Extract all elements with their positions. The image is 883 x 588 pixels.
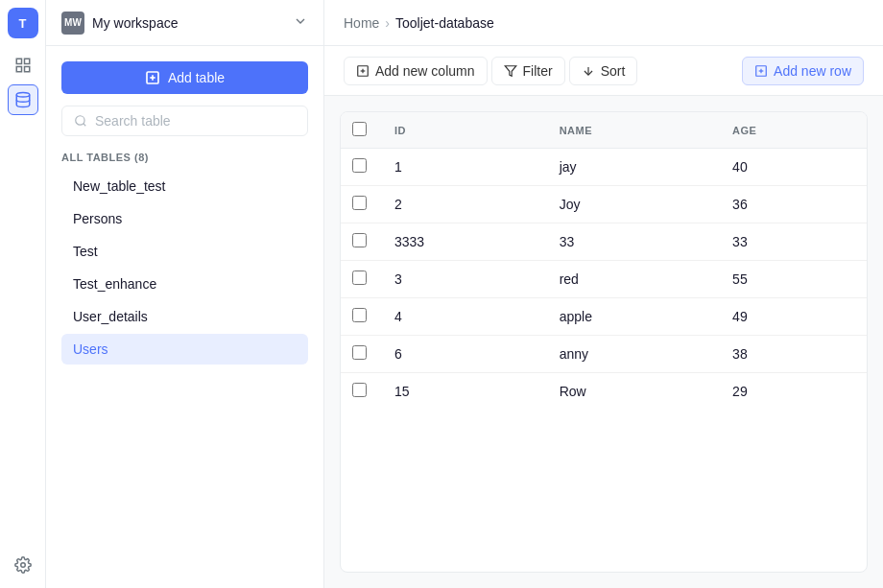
- sidebar-item-user-details[interactable]: User_details: [61, 301, 308, 332]
- table-list: New_table_test Persons Test Test_enhance…: [61, 171, 308, 365]
- cell-name: jay: [544, 149, 717, 186]
- search-box: [61, 106, 308, 136]
- svg-point-4: [16, 93, 30, 98]
- column-header-name: NAME: [544, 112, 717, 149]
- workspace-name-label: My workspace: [92, 15, 178, 31]
- column-header-id: ID: [379, 112, 544, 149]
- row-checkbox-cell[interactable]: [341, 373, 379, 411]
- cell-name: apple: [544, 298, 717, 336]
- add-row-icon: [754, 64, 768, 78]
- row-checkbox[interactable]: [352, 383, 367, 397]
- cell-id: 3: [379, 261, 544, 298]
- cell-age: 33: [717, 223, 867, 261]
- table-row: 3 red 55: [341, 261, 867, 298]
- cell-name: anny: [544, 336, 717, 373]
- table-header-row: ID NAME AGE: [341, 112, 867, 149]
- row-checkbox-cell[interactable]: [341, 261, 379, 298]
- cell-age: 40: [717, 149, 867, 186]
- cell-age: 29: [717, 373, 867, 411]
- sidebar-item-test-enhance[interactable]: Test_enhance: [61, 269, 308, 299]
- svg-rect-2: [16, 67, 21, 72]
- table-row: 15 Row 29: [341, 373, 867, 411]
- sidebar: MW My workspace Add table ALL TABLES (8: [46, 0, 324, 588]
- all-tables-label: ALL TABLES (8): [61, 152, 308, 163]
- row-checkbox-cell[interactable]: [341, 336, 379, 373]
- add-column-button[interactable]: Add new column: [344, 57, 488, 85]
- select-all-checkbox[interactable]: [352, 122, 367, 136]
- search-icon: [74, 114, 87, 128]
- table-row: 6 anny 38: [341, 336, 867, 373]
- column-header-age: AGE: [717, 112, 867, 149]
- grid-icon[interactable]: [8, 50, 38, 81]
- add-row-button[interactable]: Add new row: [742, 57, 864, 85]
- row-checkbox-cell[interactable]: [341, 149, 379, 186]
- filter-button[interactable]: Filter: [491, 57, 565, 85]
- toolbar: Add new column Filter Sort Add new row: [324, 46, 883, 96]
- svg-line-10: [84, 124, 86, 127]
- cell-id: 2: [379, 186, 544, 223]
- cell-id: 1: [379, 149, 544, 186]
- cell-name: 33: [544, 223, 717, 261]
- table-row: 1 jay 40: [341, 149, 867, 186]
- sidebar-item-persons[interactable]: Persons: [61, 203, 308, 234]
- cell-age: 36: [717, 186, 867, 223]
- chevron-down-icon[interactable]: [293, 13, 308, 32]
- cell-name: Row: [544, 373, 717, 411]
- table-row: 2 Joy 36: [341, 186, 867, 223]
- svg-marker-14: [505, 65, 516, 76]
- row-checkbox[interactable]: [352, 158, 367, 173]
- data-table: ID NAME AGE 1 jay 40 2 Joy 36 3333 33 33: [341, 112, 867, 410]
- breadcrumb-separator: ›: [385, 15, 390, 31]
- row-checkbox[interactable]: [352, 196, 367, 210]
- main-content: Home › Tooljet-database Add new column F…: [324, 0, 883, 588]
- workspace-avatar: MW: [61, 12, 84, 35]
- workspace-info[interactable]: MW My workspace: [61, 12, 178, 35]
- svg-rect-0: [16, 59, 21, 63]
- data-table-wrapper: ID NAME AGE 1 jay 40 2 Joy 36 3333 33 33: [340, 111, 868, 573]
- settings-icon[interactable]: [8, 550, 38, 580]
- sidebar-item-users[interactable]: Users: [61, 334, 308, 365]
- table-row: 4 apple 49: [341, 298, 867, 336]
- cell-id: 6: [379, 336, 544, 373]
- filter-icon: [504, 64, 517, 78]
- cell-id: 3333: [379, 223, 544, 261]
- cell-name: red: [544, 261, 717, 298]
- cell-name: Joy: [544, 186, 717, 223]
- sort-icon: [582, 64, 595, 78]
- sidebar-item-new-table-test[interactable]: New_table_test: [61, 171, 308, 201]
- cell-id: 15: [379, 373, 544, 411]
- row-checkbox[interactable]: [352, 233, 367, 247]
- svg-rect-1: [24, 59, 29, 63]
- svg-point-5: [20, 563, 25, 568]
- add-column-icon: [356, 64, 370, 78]
- icon-rail: T: [0, 0, 46, 588]
- topbar: Home › Tooljet-database: [324, 0, 883, 46]
- row-checkbox-cell[interactable]: [341, 186, 379, 223]
- row-checkbox[interactable]: [352, 308, 367, 322]
- row-checkbox-cell[interactable]: [341, 298, 379, 336]
- row-checkbox[interactable]: [352, 345, 367, 360]
- breadcrumb-current: Tooljet-database: [395, 15, 494, 31]
- cell-age: 55: [717, 261, 867, 298]
- cell-id: 4: [379, 298, 544, 336]
- row-checkbox-cell[interactable]: [341, 223, 379, 261]
- sidebar-body: Add table ALL TABLES (8) New_table_test …: [46, 46, 323, 588]
- sidebar-header: MW My workspace: [46, 0, 323, 46]
- add-table-icon: [145, 70, 160, 85]
- user-avatar[interactable]: T: [8, 8, 38, 38]
- row-checkbox[interactable]: [352, 270, 367, 285]
- cell-age: 38: [717, 336, 867, 373]
- sort-button[interactable]: Sort: [569, 57, 638, 85]
- add-table-button[interactable]: Add table: [61, 61, 308, 94]
- breadcrumb-home[interactable]: Home: [344, 15, 379, 31]
- table-row: 3333 33 33: [341, 223, 867, 261]
- svg-rect-3: [24, 67, 29, 72]
- select-all-header[interactable]: [341, 112, 379, 149]
- cell-age: 49: [717, 298, 867, 336]
- search-input[interactable]: [95, 113, 296, 129]
- svg-point-9: [76, 116, 84, 125]
- database-icon[interactable]: [8, 84, 38, 115]
- sidebar-item-test[interactable]: Test: [61, 236, 308, 267]
